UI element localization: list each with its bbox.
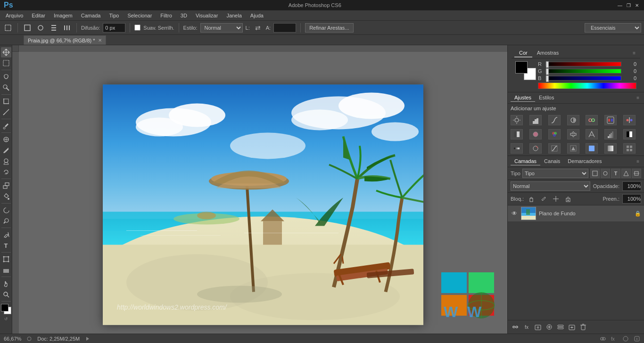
menu-arquivo[interactable]: Arquivo	[2, 12, 27, 19]
layer-type-select[interactable]: Tipo	[522, 169, 588, 178]
canvas-area[interactable]: http://worldwindows2.wordpress.com/	[19, 52, 507, 334]
layer-fx-btn[interactable]: fx	[522, 322, 531, 332]
adj-gradient-map[interactable]	[511, 143, 523, 154]
document-tab-close[interactable]: ✕	[98, 38, 102, 43]
adj-pattern[interactable]	[623, 143, 636, 154]
red-slider[interactable]	[545, 62, 621, 66]
adj-exposure[interactable]	[567, 115, 579, 125]
window-controls[interactable]: — ❐ ✕	[617, 2, 640, 8]
layer-filter-text[interactable]: T	[611, 169, 620, 178]
adj-levels[interactable]	[529, 115, 542, 125]
layer-filter-pixel[interactable]	[590, 169, 600, 178]
menu-tipo[interactable]: Tipo	[105, 12, 123, 19]
close-button[interactable]: ✕	[634, 2, 640, 8]
tool-selection[interactable]	[1, 58, 11, 68]
menu-filtro[interactable]: Filtro	[157, 12, 175, 19]
status-info-icon[interactable]	[634, 335, 640, 342]
adj-curves2[interactable]	[548, 143, 561, 154]
opacity-input[interactable]	[622, 181, 641, 191]
adj-invert[interactable]	[586, 129, 598, 139]
menu-janela[interactable]: Janela	[223, 12, 245, 19]
fg-bg-swatches[interactable]	[515, 61, 536, 80]
adj-solid-color[interactable]	[586, 143, 598, 154]
layer-blendmode-select[interactable]: Normal Dissolver Escurecer Clarear	[511, 181, 590, 191]
tab-demarcadores[interactable]: Demarcadores	[564, 157, 605, 165]
menu-camada[interactable]: Camada	[77, 12, 105, 19]
tab-camadas[interactable]: Camadas	[511, 157, 540, 165]
layer-filter-smart[interactable]	[632, 169, 641, 178]
tool-magic-wand[interactable]	[1, 82, 11, 93]
tool-history-brush[interactable]	[1, 167, 11, 177]
refine-edges-button[interactable]: Refinar Arestas...	[305, 23, 353, 33]
menu-editar[interactable]: Editar	[28, 12, 49, 19]
color-spectrum[interactable]	[538, 82, 636, 89]
tool-paint-bucket[interactable]	[1, 191, 11, 202]
reset-colors-btn[interactable]: ↺	[4, 317, 8, 321]
lock-pixels-btn[interactable]	[527, 194, 536, 204]
layer-mask-btn[interactable]	[533, 322, 543, 332]
layer-filter-adj[interactable]	[601, 169, 610, 178]
diffusion-input[interactable]	[103, 23, 125, 33]
a-input[interactable]	[273, 23, 296, 33]
tool-path-select[interactable]	[1, 254, 11, 264]
toolbar-circle-btn[interactable]	[35, 23, 46, 33]
status-link-icon[interactable]	[600, 335, 606, 342]
adj-gradient-fill[interactable]	[604, 143, 617, 154]
layer-filter-shape[interactable]	[621, 169, 631, 178]
adj-color-lookup[interactable]	[567, 129, 579, 139]
toolbar-col-btn[interactable]	[49, 23, 59, 33]
tool-text[interactable]: T	[1, 240, 11, 251]
menu-selecionar[interactable]: Selecionar	[124, 12, 156, 19]
layer-link-btn[interactable]	[511, 322, 520, 332]
layer-adj-btn[interactable]	[545, 322, 554, 332]
toolbar-square-btn[interactable]	[22, 23, 33, 33]
layers-panel-collapse[interactable]: ≡	[635, 159, 641, 164]
adj-panel-collapse[interactable]: ≡	[635, 95, 641, 100]
adj-brightness[interactable]	[511, 115, 523, 125]
foreground-color-swatch[interactable]	[1, 304, 11, 314]
lock-move-btn[interactable]	[551, 194, 561, 204]
tool-eyedropper[interactable]	[1, 121, 11, 131]
menu-3d[interactable]: 3D	[177, 12, 191, 19]
lock-all-btn[interactable]	[563, 194, 573, 204]
antialiasing-checkbox[interactable]	[134, 24, 140, 31]
fill-input[interactable]	[622, 194, 641, 204]
tool-move[interactable]	[1, 47, 11, 57]
adj-posterize[interactable]	[604, 129, 617, 139]
tab-canais[interactable]: Canais	[540, 157, 564, 165]
layer-item-background[interactable]: 👁 Plano de Fundo 🔒	[508, 205, 644, 222]
color-panel-collapse[interactable]: ≡	[631, 50, 637, 56]
style-select[interactable]: Normal Proporção fixa Tamanho fixo	[200, 23, 243, 33]
fg-color-swatch[interactable]	[515, 61, 528, 74]
adj-color-balance[interactable]	[623, 115, 636, 125]
tool-crop[interactable]	[1, 96, 11, 106]
adj-photo-filter[interactable]	[529, 129, 542, 139]
prev-btn[interactable]	[84, 336, 90, 342]
adj-channel-mix[interactable]	[548, 129, 561, 139]
minimize-button[interactable]: —	[617, 2, 623, 8]
adj-vibrance[interactable]	[586, 115, 598, 125]
menu-imagem[interactable]: Imagem	[50, 12, 76, 19]
tool-zoom[interactable]	[1, 289, 11, 300]
tool-pen[interactable]	[1, 229, 11, 240]
document-canvas[interactable]: http://worldwindows2.wordpress.com/	[103, 85, 423, 325]
tool-brush[interactable]	[1, 145, 11, 155]
tool-measure[interactable]	[1, 107, 11, 117]
document-tab[interactable]: Praia.jpg @ 66,7% (RGB/8) * ✕	[24, 35, 106, 45]
layer-delete-btn[interactable]	[578, 322, 588, 332]
tool-lasso[interactable]	[1, 72, 11, 82]
blue-slider[interactable]	[545, 76, 621, 81]
layer-visibility-toggle[interactable]: 👁	[511, 210, 518, 217]
adj-hue-sat[interactable]	[604, 115, 617, 125]
maximize-button[interactable]: ❐	[625, 2, 632, 8]
adj-threshold[interactable]	[623, 129, 636, 139]
green-slider[interactable]	[545, 69, 621, 74]
tool-stamp[interactable]	[1, 156, 11, 166]
status-mask-icon[interactable]	[622, 335, 629, 342]
tab-estilos[interactable]: Estilos	[535, 94, 558, 102]
status-fx-icon[interactable]: fx	[611, 335, 618, 342]
layer-add-btn[interactable]	[567, 322, 577, 332]
tool-shape[interactable]	[1, 265, 11, 275]
workspace-select[interactable]: Essenciais Design Movimento	[585, 23, 641, 33]
toolbar-row-btn[interactable]	[62, 23, 72, 33]
